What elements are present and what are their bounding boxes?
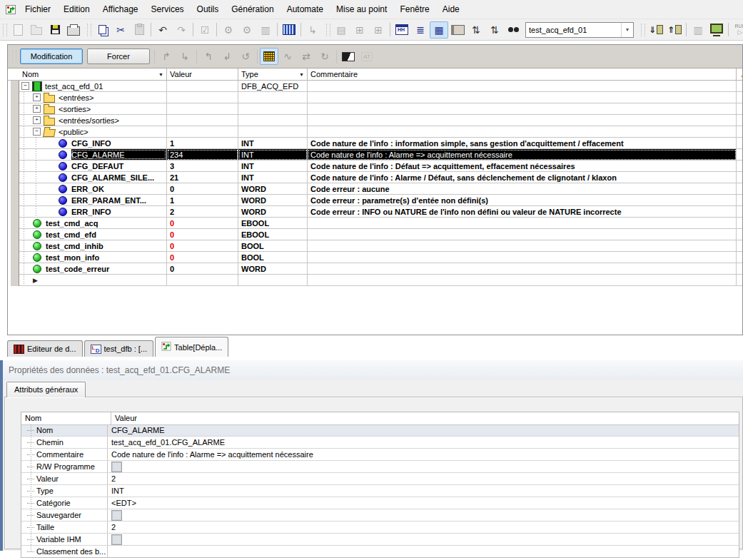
value-cell[interactable] (167, 115, 238, 126)
filter-arrow-icon[interactable]: ▼ (158, 72, 163, 77)
table-row[interactable]: CFG_ALARME234INTCode nature de l'info : … (8, 149, 742, 161)
hmi-window-icon[interactable] (393, 21, 411, 39)
data-table-icon[interactable]: ▦ (430, 21, 448, 39)
table-row[interactable]: ERR_INFO2WORDCode erreur : INFO ou NATUR… (8, 206, 742, 218)
force-to-0-icon[interactable]: ↳ (176, 48, 194, 65)
address-table-icon[interactable]: AT (358, 48, 376, 65)
property-row[interactable]: R/W Programme (21, 461, 739, 473)
value-cell[interactable]: 0 (167, 252, 238, 263)
pause-values-icon[interactable]: ⇄ (297, 48, 315, 65)
value-cell[interactable]: 1 (167, 138, 238, 149)
menu-fen-tre[interactable]: Fenêtre (393, 0, 435, 19)
library-icon[interactable] (448, 21, 467, 39)
export-icon[interactable]: ↳ (303, 21, 322, 39)
column-header-type[interactable]: Type▼ (238, 68, 308, 81)
cut-icon[interactable]: ✂ (111, 21, 130, 39)
value-cell[interactable]: 0 (167, 229, 238, 240)
table-row[interactable]: +<entrées> (8, 92, 742, 103)
table-row[interactable]: test_cmd_efd0EBOOL (8, 229, 742, 240)
search-binoculars-icon[interactable] (504, 21, 522, 39)
open-file-icon[interactable] (27, 21, 46, 39)
variable-name-combo[interactable]: test_acq_efd_01▾ (525, 22, 634, 38)
property-row[interactable]: Classement des b... (21, 546, 739, 557)
property-row[interactable]: Variable IHM (21, 534, 739, 546)
value-cell[interactable]: 0 (167, 183, 238, 195)
tree-expand-icon[interactable]: + (33, 116, 41, 124)
value-cell[interactable]: 3 (167, 161, 238, 172)
plc-rack-icon[interactable]: ▥ (689, 21, 707, 39)
value-cell[interactable]: 0 (167, 263, 238, 275)
column-header-commentaire[interactable]: Commentaire (308, 68, 737, 81)
tab-attributs-generaux[interactable]: Attributs généraux (6, 382, 86, 397)
value-cell[interactable] (167, 126, 238, 138)
table-row[interactable]: CFG_DEFAUT3INTCode nature de l'info : Dé… (8, 161, 742, 172)
table-row[interactable]: ERR_PARAM_ENT...1WORDCode erreur : param… (8, 195, 742, 206)
tree-collapse-icon[interactable]: − (33, 128, 41, 136)
value-cell[interactable]: 21 (167, 172, 238, 183)
upload-from-plc-icon[interactable]: ⇑ (665, 21, 684, 39)
generate-table-icon[interactable]: ⊞ (350, 21, 369, 39)
tab-animation-table[interactable]: Table[Dépla... (155, 337, 228, 357)
property-row[interactable]: Valeur2 (21, 473, 739, 485)
property-row[interactable]: Taille2 (21, 521, 739, 534)
table-row[interactable]: +<entrées/sorties> (8, 115, 742, 126)
menu-outils[interactable]: Outils (191, 0, 226, 19)
tree-expand-icon[interactable]: + (33, 105, 41, 113)
table-row[interactable]: ERR_OK0WORDCode erreur : aucune (8, 183, 742, 195)
display-mode-toggle-icon[interactable] (339, 48, 358, 65)
tree-collapse-icon[interactable]: − (21, 82, 29, 90)
checkbox-unchecked-disabled[interactable] (111, 534, 122, 545)
menu-fichier[interactable]: Fichier (19, 0, 57, 19)
project-tree-icon[interactable]: ≣ (411, 21, 430, 39)
goto-previous-icon[interactable]: ⇅ (467, 21, 485, 39)
property-row[interactable]: Sauvegarder (21, 509, 739, 521)
table-row[interactable]: test_cmd_inhib0BOOL (8, 240, 742, 252)
menu-edition[interactable]: Edition (57, 0, 96, 19)
property-row[interactable]: TypeINT (21, 485, 739, 497)
tab-data-editor[interactable]: Editeur de d... (7, 340, 83, 357)
table-row[interactable]: test_cmd_acq0EBOOL (8, 218, 742, 229)
table-display-icon[interactable] (260, 48, 278, 65)
force-to-1-icon[interactable]: ↱ (157, 48, 176, 65)
table-row[interactable]: ▶ (8, 275, 742, 286)
value-cell[interactable]: 0 (167, 218, 238, 229)
modification-button[interactable]: Modification (20, 49, 83, 64)
menu-mise-au-point[interactable]: Mise au point (330, 0, 393, 19)
goto-next-icon[interactable]: ⇅ (485, 21, 504, 39)
property-row[interactable]: Chemintest_acq_efd_01.CFG_ALARME (21, 437, 739, 449)
value-cell[interactable]: 2 (167, 206, 238, 218)
property-row[interactable]: NomCFG_ALARME (21, 424, 739, 437)
table-row[interactable]: CFG_INFO1INTCode nature de l'info : info… (8, 138, 742, 149)
table-row[interactable]: +<sorties> (8, 103, 742, 115)
copy-icon[interactable] (93, 21, 111, 39)
forcer-button[interactable]: Forcer (87, 49, 150, 64)
new-file-icon[interactable] (9, 21, 27, 39)
checkbox-unchecked-disabled[interactable] (111, 510, 122, 521)
layers-icon[interactable]: ▤ (332, 21, 350, 39)
table-row[interactable]: test_code_erreur0WORD (8, 263, 742, 275)
column-header-nom[interactable]: Nom▼ (19, 68, 167, 81)
plc-terminal-icon[interactable] (707, 21, 726, 39)
redo-icon[interactable]: ↷ (172, 21, 191, 39)
save-icon[interactable] (46, 21, 64, 39)
modification-mode-icon[interactable]: ∿ (278, 48, 297, 65)
checkbox-unchecked-disabled[interactable] (111, 462, 122, 472)
menu-affichage[interactable]: Affichage (96, 0, 145, 19)
set-to-1-icon[interactable]: ↰ (199, 48, 218, 65)
download-to-plc-icon[interactable]: ⇓ (647, 21, 665, 39)
property-row[interactable]: CommentaireCode nature de l'info : Alarm… (21, 449, 739, 461)
run-icon[interactable]: RUN▷ (731, 21, 743, 39)
menu-services[interactable]: Services (145, 0, 191, 19)
table-row[interactable]: −<public> (8, 126, 742, 138)
build-table-icon[interactable]: ⊞ (369, 21, 388, 39)
screen-grid-icon[interactable] (280, 21, 298, 39)
validate-icon[interactable]: ☑ (196, 21, 214, 39)
search-document-icon[interactable]: ▥ (256, 21, 275, 39)
filter-arrow-icon[interactable]: ▼ (299, 72, 304, 77)
value-cell[interactable] (167, 92, 238, 103)
tab-test-dfb[interactable]: LDtest_dfb : [... (84, 340, 154, 357)
value-cell[interactable] (167, 103, 238, 115)
menu-automate[interactable]: Automate (280, 0, 330, 19)
build-icon[interactable]: ⚙ (238, 21, 256, 39)
menu-aide[interactable]: Aide (436, 0, 466, 19)
